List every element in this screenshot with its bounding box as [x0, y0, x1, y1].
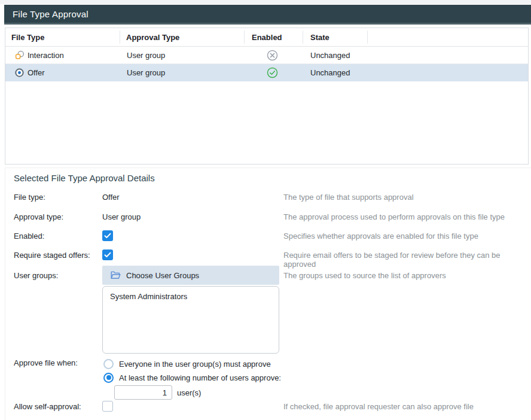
file-type-table: File Type Approval Type Enabled State In… [5, 28, 529, 165]
choose-user-groups-label: Choose User Groups [126, 271, 199, 280]
approval-type-cell: User group [127, 47, 165, 63]
details-title: Selected File Type Approval Details [14, 173, 155, 183]
approve-when-label: Approve file when: [14, 358, 78, 367]
file-type-cell: Offer [28, 64, 45, 81]
require-staged-checkbox[interactable] [102, 249, 113, 260]
radio-label-everyone: Everyone in the user group(s) must appro… [119, 360, 271, 369]
file-type-label: File type: [14, 193, 45, 202]
list-item[interactable]: System Administrators [110, 291, 279, 302]
panel-header: File Type Approval [4, 5, 531, 25]
panel-title: File Type Approval [13, 9, 89, 19]
column-divider [303, 31, 303, 44]
radio-label-at-least: At least the following number of users a… [119, 373, 281, 382]
require-staged-description: Require email offers to be staged for re… [283, 251, 531, 269]
self-approval-label: Allow self-approval: [14, 402, 81, 411]
choose-user-groups-button[interactable]: Choose User Groups [102, 266, 279, 285]
column-divider [367, 31, 368, 44]
user-groups-description: The groups used to source the list of ap… [283, 271, 446, 280]
file-type-cell: Interaction [28, 47, 64, 63]
enabled-description: Specifies whether approvals are enabled … [283, 232, 478, 241]
self-approval-checkbox[interactable] [102, 401, 113, 412]
state-cell: Unchanged [310, 64, 350, 81]
approval-type-cell: User group [127, 64, 165, 81]
user-groups-label: User groups: [14, 271, 58, 280]
approver-count-input[interactable] [114, 385, 172, 400]
check-circle-icon [267, 64, 278, 81]
top-strip [0, 0, 531, 4]
state-cell: Unchanged [310, 47, 350, 63]
file-type-description: The type of file that supports approval [283, 193, 414, 202]
radio-button-everyone[interactable] [103, 359, 114, 369]
table-header-row: File Type Approval Type Enabled State [5, 28, 528, 47]
enabled-checkbox[interactable] [102, 230, 113, 241]
file-type-value: Offer [102, 193, 120, 202]
folder-icon [111, 271, 121, 279]
column-header-file-type[interactable]: File Type [11, 28, 44, 46]
approval-type-description: The approval process used to perform app… [283, 212, 505, 221]
enabled-label: Enabled: [14, 232, 44, 241]
offer-icon [15, 64, 24, 81]
table-row-offer[interactable]: Offer User group Unchanged [5, 64, 528, 81]
approval-type-label: Approval type: [14, 212, 63, 221]
table-row-interaction[interactable]: Interaction User group Unchanged [5, 47, 528, 64]
approver-count-suffix: user(s) [177, 388, 201, 397]
column-divider [120, 31, 120, 44]
cross-circle-icon [267, 47, 278, 63]
column-divider [244, 31, 245, 44]
radio-button-at-least[interactable] [103, 373, 114, 383]
radio-option-everyone: Everyone in the user group(s) must appro… [103, 358, 271, 370]
require-staged-label: Require staged offers: [14, 251, 90, 260]
column-header-approval-type[interactable]: Approval Type [126, 28, 179, 46]
column-header-state[interactable]: State [310, 28, 329, 46]
self-approval-description: If checked, file approval requester can … [283, 402, 474, 411]
details-panel: Selected File Type Approval Details File… [5, 168, 531, 420]
radio-option-at-least: At least the following number of users a… [103, 372, 281, 384]
user-groups-list[interactable]: System Administrators [102, 286, 279, 354]
approval-type-value: User group [102, 212, 141, 221]
column-header-enabled[interactable]: Enabled [252, 28, 282, 46]
interaction-icon [15, 47, 25, 63]
